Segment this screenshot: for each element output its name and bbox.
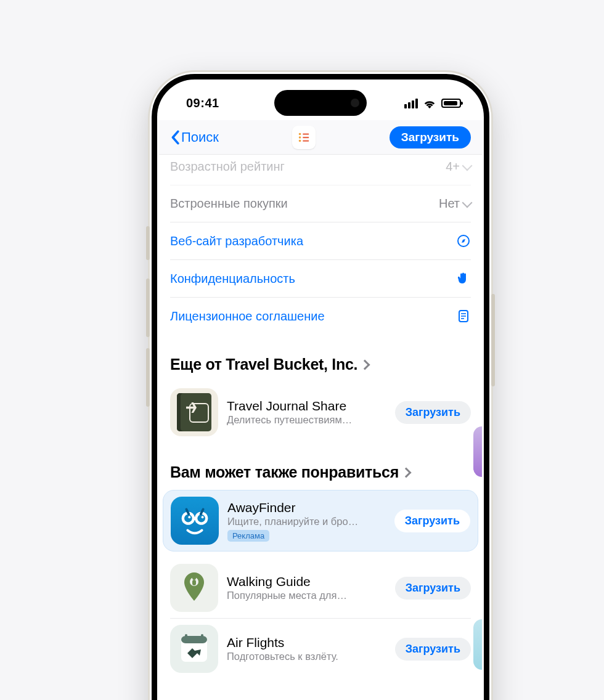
phone-frame: 09:41 Поиск Загрузить — [148, 70, 493, 700]
back-button[interactable]: Поиск — [170, 129, 219, 145]
app-name: Travel Journal Share — [227, 399, 386, 413]
app-icon — [170, 388, 218, 436]
app-row-walking-guide[interactable]: Walking Guide Популярные места для… Загр… — [170, 558, 471, 619]
side-button — [491, 294, 495, 386]
svg-rect-24 — [201, 634, 203, 640]
app-subtitle: Популярные места для… — [227, 590, 386, 601]
status-time: 09:41 — [186, 96, 219, 110]
svg-rect-1 — [303, 133, 309, 134]
row-label: Веб-сайт разработчика — [170, 234, 303, 248]
svg-point-13 — [184, 515, 192, 523]
row-label: Встроенные покупки — [170, 197, 288, 211]
svg-rect-20 — [192, 580, 196, 585]
section-title: Еще от Travel Bucket, Inc. — [170, 356, 357, 373]
app-icon — [171, 497, 219, 545]
back-label: Поиск — [181, 129, 219, 145]
row-developer-website[interactable]: Веб-сайт разработчика — [170, 222, 471, 260]
download-button[interactable]: Загрузить — [390, 126, 471, 149]
row-in-app-purchases[interactable]: Встроенные покупки Нет — [170, 185, 471, 222]
svg-point-15 — [188, 516, 190, 518]
row-label: Возрастной рейтинг — [170, 160, 285, 174]
app-name: Air Flights — [227, 635, 386, 650]
chevron-right-icon — [360, 359, 370, 370]
section-header[interactable]: Вам может также понравиться — [170, 463, 471, 481]
download-button[interactable]: Загрузить — [395, 401, 471, 424]
row-label: Конфиденциальность — [170, 272, 295, 286]
side-button — [146, 279, 150, 337]
app-name: Walking Guide — [227, 574, 386, 589]
chevron-left-icon — [170, 130, 180, 145]
svg-point-14 — [197, 515, 205, 523]
chevron-down-icon — [462, 160, 473, 171]
content-scroll[interactable]: Возрастной рейтинг 4+ Встроенные покупки… — [159, 155, 482, 679]
app-title-icon[interactable] — [292, 126, 316, 149]
checklist-icon — [297, 131, 311, 144]
compass-icon — [456, 234, 471, 248]
carousel-peek[interactable] — [473, 426, 482, 477]
row-value: 4+ — [446, 160, 460, 174]
row-value: Нет — [439, 197, 460, 211]
download-button[interactable]: Загрузить — [395, 577, 471, 600]
app-subtitle: Ищите, планируйте и бро… — [227, 516, 386, 527]
svg-point-4 — [299, 139, 301, 142]
side-button — [146, 348, 150, 407]
download-button[interactable]: Загрузить — [394, 510, 470, 532]
cellular-icon — [404, 99, 418, 108]
svg-point-16 — [202, 516, 204, 518]
svg-rect-5 — [303, 140, 309, 141]
screen: 09:41 Поиск Загрузить — [159, 81, 482, 700]
svg-point-0 — [299, 132, 301, 135]
carousel-peek[interactable] — [473, 619, 482, 670]
app-icon — [170, 564, 218, 612]
side-button — [146, 226, 150, 260]
row-license[interactable]: Лицензионное соглашение — [170, 298, 471, 335]
nav-bar: Поиск Загрузить — [159, 120, 482, 155]
svg-rect-17 — [193, 517, 197, 520]
document-icon — [456, 309, 471, 324]
download-button[interactable]: Загрузить — [395, 638, 471, 661]
chevron-down-icon — [462, 197, 473, 208]
section-header[interactable]: Еще от Travel Bucket, Inc. — [170, 356, 471, 373]
row-label: Лицензионное соглашение — [170, 309, 325, 324]
row-age-rating[interactable]: Возрастной рейтинг 4+ — [170, 155, 471, 185]
wifi-icon — [423, 99, 436, 108]
row-privacy[interactable]: Конфиденциальность — [170, 260, 471, 298]
hand-icon — [456, 271, 471, 286]
dynamic-island — [274, 90, 367, 116]
ad-badge: Реклама — [227, 530, 269, 542]
you-might-like-section: Вам может также понравиться AwayFinder И… — [170, 463, 471, 679]
svg-rect-3 — [303, 137, 309, 138]
app-name: AwayFinder — [227, 500, 386, 515]
app-row-travel-journal[interactable]: Travel Journal Share Делитесь путешестви… — [170, 382, 471, 442]
more-from-developer-section: Еще от Travel Bucket, Inc. Travel Journa… — [170, 356, 471, 442]
app-subtitle: Подготовьтесь к взлёту. — [227, 651, 386, 662]
svg-point-2 — [299, 136, 301, 139]
chevron-right-icon — [401, 467, 411, 478]
app-icon — [170, 625, 218, 673]
svg-rect-23 — [185, 634, 187, 640]
app-row-awayfinder[interactable]: AwayFinder Ищите, планируйте и бро… Рекл… — [163, 490, 478, 551]
section-title: Вам может также понравиться — [170, 463, 399, 481]
battery-icon — [441, 99, 461, 108]
app-row-air-flights[interactable]: Air Flights Подготовьтесь к взлёту. Загр… — [170, 619, 471, 679]
app-subtitle: Делитесь путешествиям… — [227, 414, 386, 426]
svg-point-19 — [192, 576, 196, 580]
